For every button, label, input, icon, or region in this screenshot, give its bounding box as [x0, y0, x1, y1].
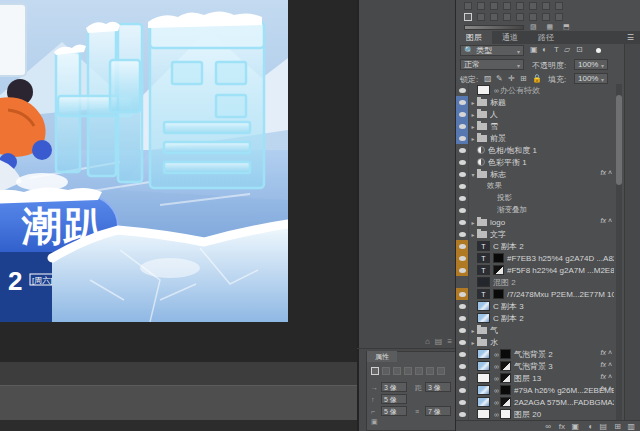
layer-name[interactable]: 雪: [490, 121, 614, 132]
visibility-cell[interactable]: [456, 156, 469, 168]
opacity-value[interactable]: 100%▾: [574, 59, 608, 70]
properties-footer-icon[interactable]: ▣: [371, 418, 381, 428]
visibility-cell[interactable]: [456, 324, 469, 336]
layer-group-row[interactable]: ▸前景: [456, 132, 614, 144]
layer-name[interactable]: 前景: [490, 133, 614, 144]
adjustment-icon[interactable]: [542, 2, 550, 10]
eye-icon[interactable]: [459, 136, 466, 141]
properties-toggle[interactable]: [426, 367, 434, 375]
adjustment-icon[interactable]: [516, 13, 524, 21]
layer-group-row[interactable]: ▸文字: [456, 228, 614, 240]
expand-arrow-icon[interactable]: ▸: [469, 123, 477, 130]
layer-group-row[interactable]: ▸水: [456, 336, 614, 348]
layer-name[interactable]: #F5F8 h22%4 g2A7M ...M2E8FA2E2F2A6F4: [507, 266, 614, 275]
menu-icon[interactable]: ≡: [447, 337, 452, 346]
properties-toggle[interactable]: [404, 367, 412, 375]
visibility-cell[interactable]: [456, 144, 469, 156]
canvas-pasteboard[interactable]: 潮趴 2 [周六]: [0, 0, 357, 431]
visibility-cell[interactable]: [456, 252, 469, 264]
layer-name[interactable]: 标题: [490, 97, 614, 108]
properties-field[interactable]: 距3 像: [415, 382, 451, 392]
visibility-cell[interactable]: [456, 228, 469, 240]
visibility-cell[interactable]: [456, 264, 469, 276]
eye-icon[interactable]: [459, 184, 466, 189]
layer-fx-icon[interactable]: fx ˄: [601, 385, 612, 392]
layer-row[interactable]: ∞图层 13fx ˄: [456, 372, 614, 384]
eye-icon[interactable]: [459, 400, 466, 405]
visibility-cell[interactable]: [456, 360, 469, 372]
adjustment-icon[interactable]: [477, 2, 485, 10]
filter-shape-icon[interactable]: ▱: [564, 45, 570, 54]
adjustment-icon[interactable]: [490, 13, 498, 21]
layer-group-row[interactable]: ▸雪: [456, 120, 614, 132]
adjustment-icon[interactable]: [503, 13, 511, 21]
adjustment-icon[interactable]: [490, 2, 498, 10]
layer-style-icon[interactable]: fx: [559, 422, 565, 431]
layer-name[interactable]: C 副本 3: [493, 301, 614, 312]
layer-thumbnail[interactable]: T: [477, 253, 490, 263]
properties-field[interactable]: ⌐5 像: [371, 406, 407, 416]
visibility-cell[interactable]: [456, 396, 469, 408]
layer-thumbnail[interactable]: [477, 385, 490, 395]
properties-tab[interactable]: 属性: [367, 351, 397, 362]
visibility-cell[interactable]: [456, 300, 469, 312]
expand-arrow-icon[interactable]: ▸: [469, 327, 477, 334]
layer-name[interactable]: 色彩平衡 1: [488, 157, 614, 168]
visibility-cell[interactable]: [456, 384, 469, 396]
layer-name[interactable]: 水: [490, 337, 614, 348]
layer-group-row[interactable]: ▸人: [456, 108, 614, 120]
adjustment-icon[interactable]: [529, 13, 537, 21]
layer-mask-thumbnail[interactable]: [500, 385, 511, 395]
layer-thumbnail[interactable]: T: [477, 289, 490, 299]
filter-pixel-icon[interactable]: ▣: [530, 45, 538, 54]
delete-layer-icon[interactable]: ▥: [627, 422, 635, 431]
expand-arrow-icon[interactable]: ▸: [469, 135, 477, 142]
tab-channels[interactable]: 通道: [492, 31, 528, 44]
new-group-icon[interactable]: ▤: [599, 422, 607, 431]
lock-transparency-icon[interactable]: ▨: [484, 74, 492, 83]
layer-name[interactable]: 效果: [487, 181, 614, 191]
layer-thumbnail[interactable]: [477, 397, 490, 407]
layer-thumbnail[interactable]: [477, 313, 490, 323]
eye-icon[interactable]: [459, 340, 466, 345]
layer-row[interactable]: C 副本 3: [456, 300, 614, 312]
properties-toggle[interactable]: [371, 367, 379, 375]
layer-thumbnail[interactable]: [477, 349, 490, 359]
layer-row[interactable]: T#F7EB3 h25%4 g2A74D ...A82E6A2E6A2E8B3: [456, 252, 614, 264]
eye-icon[interactable]: [459, 220, 466, 225]
layer-fx-icon[interactable]: fx ˄: [601, 361, 612, 368]
eye-icon[interactable]: [459, 388, 466, 393]
adjustment-icon[interactable]: [477, 13, 485, 21]
visibility-cell[interactable]: [456, 408, 469, 420]
eye-icon[interactable]: [459, 412, 466, 417]
layer-effect-row[interactable]: 渐变叠加: [456, 204, 614, 216]
layer-fx-icon[interactable]: fx ˄: [601, 349, 612, 356]
layer-row[interactable]: ∞2A2AGA 575M...FADBGMA2 样式A2: [456, 396, 614, 408]
visibility-cell[interactable]: [456, 216, 469, 228]
eye-icon[interactable]: [459, 100, 466, 105]
layer-row[interactable]: C 副本 2: [456, 312, 614, 324]
layer-name[interactable]: 2A2AGA 575M...FADBGMA2 样式A2: [514, 397, 614, 408]
layer-name[interactable]: 人: [490, 109, 614, 120]
layer-row[interactable]: 混图 2: [456, 276, 614, 288]
eye-icon[interactable]: [459, 376, 466, 381]
visibility-cell[interactable]: [456, 120, 469, 132]
layer-name[interactable]: 气泡背景 3: [514, 361, 614, 372]
layer-name[interactable]: 文字: [490, 229, 614, 240]
layer-fx-icon[interactable]: fx ˄: [601, 217, 612, 224]
layer-name[interactable]: 渐变叠加: [497, 205, 614, 215]
layer-row[interactable]: 色相/饱和度 1: [456, 144, 614, 156]
lock-artboard-icon[interactable]: ⊞: [520, 74, 527, 83]
layer-name[interactable]: 色相/饱和度 1: [488, 145, 614, 156]
link-layers-icon[interactable]: ∞: [545, 422, 551, 431]
eye-icon[interactable]: [459, 160, 466, 165]
layer-mask-thumbnail[interactable]: [493, 289, 504, 299]
expand-arrow-icon[interactable]: ▸: [469, 219, 477, 226]
layer-row[interactable]: ∞#79A h26% g26M...2EBEMBA4 副本 2fx ˄: [456, 384, 614, 396]
properties-field[interactable]: →3 像: [371, 382, 407, 392]
visibility-cell[interactable]: [456, 348, 469, 360]
layer-group-row[interactable]: ▾标志fx ˄: [456, 168, 614, 180]
layer-thumbnail[interactable]: T: [477, 265, 490, 275]
visibility-cell[interactable]: [456, 240, 469, 252]
layer-name[interactable]: C 副本 2: [493, 313, 614, 324]
